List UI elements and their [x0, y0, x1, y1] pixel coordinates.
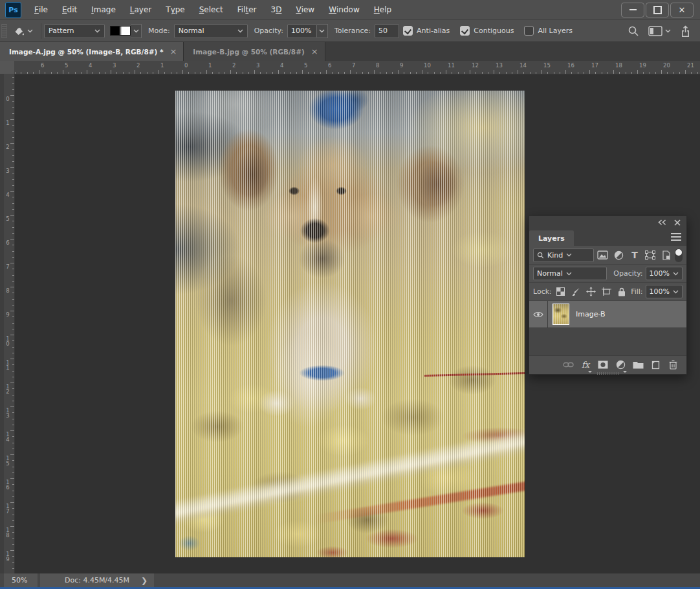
ruler-tick	[12, 556, 14, 557]
tab-close-icon[interactable]: ×	[170, 47, 177, 56]
filter-adjustment-layers-button[interactable]	[611, 249, 626, 261]
lock-artboard-button[interactable]	[600, 285, 613, 298]
panel-resize-grip[interactable]	[597, 372, 619, 375]
menu-filter[interactable]: Filter	[230, 0, 264, 19]
opacity-field[interactable]: 100%	[287, 24, 317, 38]
layer-row-image-b[interactable]: Image-B	[529, 301, 686, 328]
new-layer-button[interactable]	[648, 359, 662, 372]
add-layer-mask-button[interactable]	[596, 359, 610, 372]
ruler-tick	[416, 72, 417, 74]
checkbox-anti-alias[interactable]: Anti-alias	[403, 26, 450, 36]
layer-visibility-toggle[interactable]	[529, 301, 548, 328]
adjustment-circle-icon	[614, 250, 624, 260]
status-zoom-field[interactable]: 50%	[4, 573, 38, 587]
delete-layer-button[interactable]	[666, 359, 680, 372]
new-group-button[interactable]	[631, 359, 645, 372]
options-grip[interactable]	[1, 24, 7, 38]
filter-type-layers-button[interactable]: T	[628, 249, 642, 261]
tab-close-icon[interactable]: ×	[311, 47, 318, 56]
ruler-tick	[12, 496, 14, 497]
ruler-tick	[422, 70, 422, 74]
layer-style-button[interactable]: fx	[578, 359, 593, 372]
opacity-chevron[interactable]	[317, 24, 328, 38]
menu-view[interactable]: View	[289, 0, 322, 19]
minimize-button[interactable]	[621, 3, 644, 17]
chevron-down-icon	[319, 29, 325, 33]
link-layers-button[interactable]	[561, 359, 575, 372]
ruler-tick	[584, 72, 584, 74]
ruler-tick	[177, 72, 177, 74]
vertical-ruler: 01234567891011121314151617181920	[4, 74, 15, 573]
menu-help[interactable]: Help	[367, 0, 399, 19]
checkbox-all-layers[interactable]: All Layers	[524, 26, 573, 36]
menu-image[interactable]: Image	[84, 0, 123, 19]
close-panel-icon[interactable]	[674, 219, 681, 226]
ruler-tick	[685, 70, 686, 74]
mode-value: Normal	[179, 27, 204, 35]
padlock-icon	[618, 287, 626, 296]
layer-opacity-value: 100%	[650, 269, 670, 278]
lock-transparent-pixels-button[interactable]	[554, 285, 567, 298]
lock-all-button[interactable]	[615, 285, 628, 298]
filter-toggle-switch[interactable]	[675, 249, 683, 262]
share-icon[interactable]	[680, 25, 691, 37]
layers-tab[interactable]: Layers	[529, 230, 574, 246]
checkbox-box[interactable]	[460, 26, 470, 36]
options-right-icons	[628, 25, 700, 37]
lock-image-pixels-button[interactable]	[569, 285, 582, 298]
menu-type[interactable]: Type	[159, 0, 191, 19]
fill-type-dropdown[interactable]: Pattern	[44, 24, 105, 38]
layer-opacity-field[interactable]: 100%	[646, 267, 683, 280]
canvas-red-cord	[424, 372, 525, 377]
document-canvas[interactable]	[175, 91, 525, 557]
filter-pixel-layers-button[interactable]	[595, 249, 610, 261]
filter-kind-dropdown[interactable]: Kind	[533, 249, 594, 262]
menu-select[interactable]: Select	[192, 0, 230, 19]
shape-icon	[645, 250, 655, 260]
blend-mode-dropdown[interactable]: Normal	[533, 267, 607, 280]
menu-layer[interactable]: Layer	[123, 0, 159, 19]
ruler-tick	[12, 293, 14, 293]
new-adjustment-layer-button[interactable]	[613, 359, 628, 372]
menu-file[interactable]: File	[27, 0, 55, 19]
pattern-picker-chevron[interactable]	[131, 24, 142, 38]
pattern-swatch[interactable]	[110, 26, 131, 36]
filter-smart-objects-button[interactable]	[659, 249, 674, 261]
checkbox-box[interactable]	[403, 26, 413, 36]
ruler-tick	[12, 371, 14, 372]
ruler-tick	[10, 263, 14, 263]
checkbox-box[interactable]	[524, 26, 534, 36]
status-doc-info[interactable]: Doc: 4.45M/4.45M ❯	[40, 573, 154, 587]
panel-menu-icon[interactable]	[671, 233, 681, 241]
search-icon[interactable]	[628, 25, 639, 37]
ruler-corner[interactable]	[0, 61, 15, 74]
canvas-red-diagonal-band	[312, 479, 525, 524]
tool-preset-picker[interactable]	[7, 25, 38, 38]
layer-thumbnail[interactable]	[552, 304, 569, 325]
document-tab[interactable]: Image-A.jpg @ 50% (Image-B, RGB/8#) *×	[0, 42, 184, 61]
checkbox-contiguous[interactable]: Contiguous	[460, 26, 514, 36]
workspace-switcher[interactable]	[648, 26, 671, 36]
layers-list: Image-B	[529, 301, 686, 355]
maximize-button[interactable]	[646, 3, 669, 17]
ruler-tick	[10, 167, 14, 168]
menu-edit[interactable]: Edit	[55, 0, 84, 19]
ruler-label: 18	[4, 528, 12, 538]
collapse-panel-icon[interactable]	[658, 219, 666, 225]
filter-shape-layers-button[interactable]	[643, 249, 658, 261]
opacity-value: 100%	[291, 27, 311, 35]
layers-panel-header	[529, 216, 686, 228]
ruler-tick	[12, 491, 14, 491]
status-chevron-icon[interactable]: ❯	[141, 576, 148, 585]
lock-position-button[interactable]	[585, 285, 598, 298]
tolerance-field[interactable]: 50	[375, 24, 399, 38]
ruler-tick	[350, 70, 351, 74]
ruler-tick	[12, 299, 14, 300]
mode-dropdown[interactable]: Normal	[174, 24, 248, 38]
document-tab[interactable]: Image-B.jpg @ 50% (RGB/8#)×	[184, 42, 325, 61]
close-button[interactable]: ✕	[670, 3, 694, 17]
fill-field[interactable]: 100%	[646, 285, 683, 298]
menu-window[interactable]: Window	[322, 0, 367, 19]
ruler-tick	[290, 72, 291, 74]
menu-3d[interactable]: 3D	[264, 0, 289, 19]
